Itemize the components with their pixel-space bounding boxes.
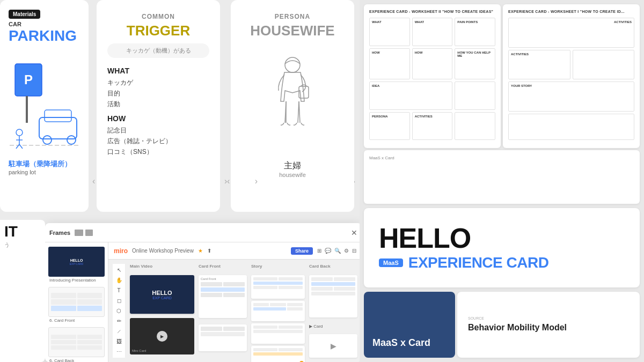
ws2-activities-label: ACTIVITIES [511, 20, 632, 24]
frame-thumb-card-back-img [48, 327, 105, 357]
frame-thumb-card-back[interactable]: 6. Card Back [48, 327, 105, 362]
housewife-card-prev-arrow[interactable]: ‹ [227, 176, 230, 186]
sticky-tool[interactable]: ◻ [115, 298, 123, 304]
svg-line-18 [299, 101, 300, 123]
card-back-column: Card Back ▶ Card [309, 264, 357, 358]
ws2-your-story: YOUR STORY [508, 82, 634, 112]
ws1-how2-cell: HOW [412, 48, 453, 80]
ws1-persona-cell: PERSONA [369, 112, 410, 141]
ws2-activities-left-label: ACTIVITIES [511, 53, 568, 56]
more-tools[interactable]: ⋯ [115, 349, 123, 354]
ws1-what-label: WHAT [372, 20, 407, 24]
trigger-title: TRIGGER [107, 23, 209, 39]
trigger-card-prev-arrow[interactable]: ‹ [92, 176, 95, 186]
text-tool[interactable]: T [115, 287, 123, 293]
hello-section: HELLO MaaS EXPERIENCE CARD [360, 204, 644, 290]
card-front-2 [199, 324, 247, 351]
housewife-card-next-arrow[interactable]: › [255, 176, 258, 186]
worksheet-1-grid: WHAT WHAT PAIN POINTS HOW HOW HOW YOU CA… [369, 18, 495, 140]
miro-chat-icon[interactable]: 💬 [325, 248, 331, 254]
main-video-column: Main Video HELLO EXP CARD ▶ Miro Card [130, 264, 194, 358]
grid-view-icon[interactable] [75, 230, 83, 236]
miro-grid-icon[interactable]: ⊟ [352, 248, 356, 254]
ws2-empty-right [573, 50, 635, 80]
image-tool[interactable]: 🖼 [115, 338, 123, 344]
miro-upload-icon[interactable]: ⬆ [207, 248, 211, 254]
video-thumbnail[interactable]: ▶ Miro Card [130, 318, 194, 354]
behavior-title: Behavior Mobility Model [468, 322, 629, 334]
worksheets-row: EXPERIENCE CARD - WORKSHEET II "HOW TO C… [360, 0, 644, 150]
miro-left-tools: ↖ ✋ T ◻ ⬡ ✏ ⟋ 🖼 ⋯ [113, 264, 126, 358]
card-back-video-label: ▶ Card [309, 324, 357, 329]
play-button[interactable]: ▶ [157, 331, 167, 342]
story-card-1 [251, 275, 305, 299]
ws1-activities-cell: ACTIVITIES [412, 112, 453, 141]
ws1-what2-cell: WHAT [412, 18, 453, 46]
miro-zoom-icon[interactable]: ⊞ [317, 248, 321, 254]
worksheet-title-2: EXPERIENCE CARD - WORKSHEET I "HOW TO CR… [508, 10, 634, 13]
card-front-preview: Card Front [199, 275, 247, 318]
ws2-bottom [508, 114, 634, 141]
hello-big-text: HELLO [379, 224, 548, 252]
miro-main: miro Online Workshop Preview ★ ⬆ Share ⊞… [108, 242, 362, 362]
card-back-section-label: Card Back [309, 264, 357, 269]
card-back-video-thumb[interactable]: ▶ [309, 334, 357, 358]
story-label: Story [251, 264, 305, 269]
miro-toolbar-icons: ⊞ 💬 🔍 ⚙ ⊟ [317, 248, 356, 254]
video-label: Miro Card [132, 349, 192, 352]
car-label: CAR [9, 21, 80, 27]
story-column: Story [251, 264, 305, 358]
frames-panel: HELLO EXP CARD Introducing Presentation [45, 242, 108, 362]
ws1-empty-cell [455, 82, 495, 110]
worksheet-card-2: EXPERIENCE CARD - WORKSHEET I "HOW TO CR… [503, 4, 640, 148]
story-card-4: ! [251, 346, 305, 362]
frame-thumb-intro[interactable]: HELLO EXP CARD Introducing Presentation [48, 247, 105, 283]
trigger-how-label: HOW [107, 114, 209, 123]
frames-label: Frames [49, 230, 70, 236]
hand-tool[interactable]: ✋ [115, 277, 123, 283]
cursor-tool[interactable]: ↖ [115, 267, 123, 273]
housewife-top-label: PERSONA [241, 13, 343, 20]
card-back-preview [309, 275, 357, 317]
bottom-row: MaaS x Card SOURCE Behavior Mobility Mod… [360, 290, 644, 362]
main-video-label: Main Video [130, 264, 194, 269]
parking-title: PARKING [9, 28, 80, 43]
ws1-what-cell: WHAT [369, 18, 410, 46]
miro-star: ★ [198, 248, 203, 254]
intro-exp-text: EXP CARD [152, 296, 172, 300]
miro-settings-icon[interactable]: ⚙ [344, 248, 349, 254]
ws1-pain-label: PAIN POINTS [457, 20, 493, 24]
parking-en: parking lot [9, 169, 80, 175]
edge-it-text: IT [4, 224, 41, 239]
trigger-what-3: 活動 [107, 100, 209, 109]
card-back-play-icon: ▶ [331, 342, 336, 350]
intro-hello-text: HELLO [152, 290, 172, 296]
maas-badge: MaaS [379, 258, 403, 267]
exp-row: MaaS EXPERIENCE CARD [379, 254, 548, 271]
frame-thumb-card-front-img [48, 287, 105, 317]
card-front-preview-label: Card Front [201, 277, 245, 280]
svg-point-13 [285, 57, 300, 72]
shape-tool[interactable]: ⬡ [115, 308, 123, 314]
svg-point-5 [43, 136, 52, 144]
maas-x-title: MaaS x Card [372, 337, 447, 349]
pen-tool[interactable]: ✏ [115, 318, 123, 324]
experience-card-text: EXPERIENCE CARD [408, 254, 549, 271]
card-front-label: Card Front [199, 264, 247, 269]
connector-tool[interactable]: ⟋ [115, 328, 123, 334]
list-view-icon[interactable] [85, 230, 93, 236]
frame-thumb-card-front[interactable]: 6. Card Front [48, 287, 105, 323]
ws1-persona-label: PERSONA [372, 115, 407, 118]
svg-rect-2 [26, 96, 28, 123]
card-parking: Materials CAR PARKING P [0, 0, 89, 212]
parking-illustration: P [9, 48, 80, 155]
trigger-what-2: 目的 [107, 89, 209, 98]
miro-share-button[interactable]: Share [291, 247, 313, 255]
svg-rect-4 [45, 110, 71, 122]
trigger-what-1: キッカゲ [107, 78, 209, 87]
intro-card-dark: HELLO EXP CARD [130, 275, 194, 314]
miro-search-icon[interactable]: 🔍 [334, 248, 341, 254]
trigger-how-1: 記念日 [107, 126, 209, 135]
close-frames-button[interactable]: ✕ [351, 228, 357, 237]
ws1-idea-cell: IDEA [369, 82, 452, 110]
